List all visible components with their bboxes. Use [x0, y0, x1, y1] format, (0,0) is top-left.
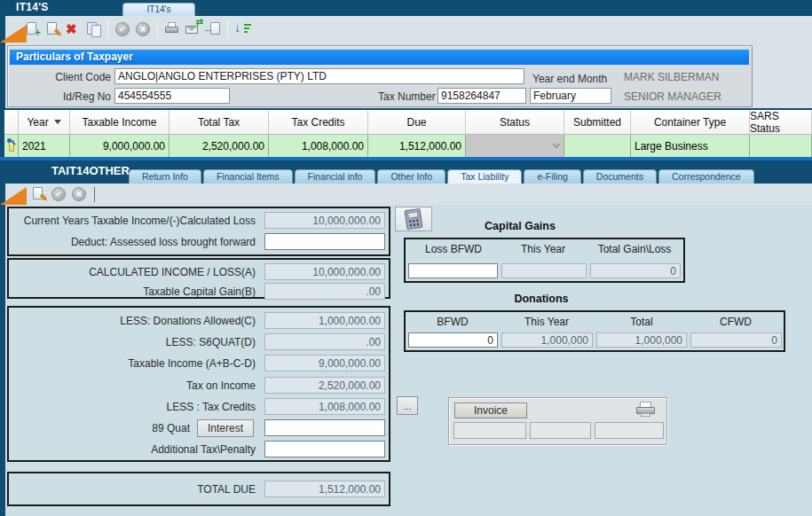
- copy-record-icon[interactable]: [84, 20, 102, 38]
- field-label: LESS: S6QUAT(D): [166, 336, 256, 348]
- print-icon[interactable]: [163, 20, 181, 38]
- grid-header-year[interactable]: Year: [19, 110, 70, 135]
- invoice-panel: Invoice: [448, 397, 667, 445]
- import-icon[interactable]: ←: [204, 20, 222, 38]
- cg-total-field: [590, 263, 681, 278]
- cancel-detail-icon[interactable]: ✖: [72, 187, 86, 201]
- invoice-print-icon[interactable]: [635, 401, 658, 418]
- calculated-income-box: CALCULATED INCOME / LOSS(A) Taxable Capi…: [7, 258, 390, 299]
- capital-gains-box: Loss BFWD This Year Total Gain\Loss: [404, 238, 685, 283]
- interest-field[interactable]: [264, 419, 385, 436]
- detail-tabs: Return Info Financial Items Financial in…: [129, 169, 754, 184]
- row-note-cell[interactable]: [4, 135, 19, 157]
- cell-container-type[interactable]: Large Business: [631, 135, 750, 157]
- interest-button[interactable]: Interest: [197, 419, 254, 437]
- particulars-area: Particulars of Taxpayer Client Code Id/R…: [5, 43, 812, 108]
- cg-this-year-field: [501, 263, 587, 278]
- corner-fold-decoration: [0, 25, 27, 43]
- edit-record-icon[interactable]: ✎: [43, 20, 61, 38]
- grid-header-container-type[interactable]: Container Type: [631, 110, 750, 135]
- confirm-icon[interactable]: ✔: [115, 22, 130, 36]
- cell-status-dropdown[interactable]: [466, 135, 564, 157]
- donations-allowed-field: [264, 312, 385, 329]
- invoice-button[interactable]: Invoice: [454, 403, 527, 418]
- cell-due[interactable]: 1,512,000.00: [368, 135, 466, 157]
- grid-header-due[interactable]: Due: [368, 110, 466, 135]
- note-icon: [9, 140, 14, 152]
- grid-header-status[interactable]: Status: [466, 110, 564, 135]
- detail-title: TAIT14OTHER: [51, 164, 130, 177]
- cancel-icon[interactable]: ✖: [136, 22, 150, 36]
- tab-financial-items[interactable]: Financial Items: [203, 169, 293, 184]
- taxable-capital-gain-field: [264, 283, 385, 300]
- tab-return-info[interactable]: Return Info: [129, 169, 201, 184]
- delete-record-icon[interactable]: ✖: [64, 20, 82, 38]
- grid-header-row: Year Taxable Income Total Tax Tax Credit…: [4, 110, 812, 135]
- additional-tax-penalty-field[interactable]: [264, 441, 385, 457]
- tax-number-label: Tax Number: [378, 90, 436, 103]
- corner-fold-decoration: [0, 187, 27, 205]
- edit-detail-icon[interactable]: ✎: [29, 185, 47, 203]
- tab-financial-info[interactable]: Financial info: [295, 169, 376, 184]
- col-header: This Year: [501, 316, 593, 328]
- income-box: Current Years Taxable Income/(-)Calculat…: [7, 207, 390, 256]
- tax-credits-field: [264, 398, 385, 415]
- tax-credits-more-button[interactable]: ...: [397, 396, 418, 415]
- cell-taxable-income[interactable]: 9,000,000.00: [70, 135, 169, 157]
- sort-icon[interactable]: ↓: [233, 20, 251, 38]
- field-label: LESS : Tax Credits: [167, 401, 256, 413]
- tab-correspondence[interactable]: Correspondence: [658, 169, 754, 184]
- toolbar-separator: [107, 20, 108, 38]
- field-label: Taxable Capital Gain(B): [143, 285, 256, 298]
- send-receive-icon[interactable]: ⇄: [184, 20, 201, 38]
- client-code-label: Client Code: [55, 71, 111, 83]
- assessed-loss-bfwd-field[interactable]: [264, 233, 385, 250]
- sort-descending-icon: [54, 120, 61, 124]
- field-label: Taxable Income (A+B-C-D): [128, 357, 256, 370]
- client-code-field[interactable]: [114, 68, 524, 84]
- toolbar-separator: [94, 187, 95, 202]
- cell-tax-credits[interactable]: 1,008,000.00: [269, 135, 368, 157]
- cg-loss-bfwd-field[interactable]: [408, 263, 498, 278]
- tab-other-info[interactable]: Other Info: [377, 169, 445, 184]
- col-header: Total: [596, 316, 687, 328]
- document-tab[interactable]: IT14's: [122, 3, 195, 16]
- confirm-detail-icon[interactable]: ✔: [51, 187, 66, 201]
- field-label: LESS: Donations Allowed(C): [120, 315, 256, 327]
- cell-submitted[interactable]: [564, 135, 631, 157]
- grid-header-sars-status[interactable]: SARS Status: [750, 110, 812, 135]
- invoice-field-3[interactable]: [595, 422, 664, 439]
- don-bfwd-field[interactable]: [408, 332, 498, 348]
- grid-header-submitted[interactable]: Submitted: [564, 110, 631, 135]
- field-label: Current Years Taxable Income/(-)Calculat…: [24, 215, 256, 227]
- particulars-header: Particulars of Taxpayer: [10, 50, 749, 65]
- tax-number-field[interactable]: [438, 88, 526, 104]
- tab-documents[interactable]: Documents: [583, 169, 657, 184]
- cell-sars-status[interactable]: [750, 135, 812, 157]
- invoice-field-1[interactable]: [453, 422, 526, 439]
- invoice-field-2[interactable]: [530, 422, 591, 439]
- window-title: IT14'S: [16, 1, 49, 13]
- id-reg-field[interactable]: [114, 88, 230, 104]
- tax-liability-panel: Current Years Taxable Income/(-)Calculat…: [5, 205, 812, 516]
- year-end-month-field[interactable]: [530, 88, 611, 104]
- detail-toolbar: ✎ ✔ ✖: [5, 184, 812, 205]
- grid-header-taxable-income[interactable]: Taxable Income: [70, 110, 169, 135]
- title-bar: IT14'S IT14's: [0, 0, 812, 16]
- grid-header-total-tax[interactable]: Total Tax: [169, 110, 269, 135]
- return-row-2021[interactable]: 2021 9,000,000.00 2,520,000.00 1,008,000…: [4, 135, 812, 157]
- tab-tax-liability[interactable]: Tax Liability: [447, 169, 522, 184]
- tab-e-filing[interactable]: e-Filing: [524, 169, 580, 184]
- cell-total-tax[interactable]: 2,520,000.00: [169, 135, 269, 157]
- grid-header-tax-credits[interactable]: Tax Credits: [269, 110, 368, 135]
- main-toolbar: + ✎ ✖ ✔ ✖ ⇄ ← ↓: [5, 16, 812, 43]
- partner-title: SENIOR MANAGER: [624, 90, 721, 103]
- cell-year[interactable]: 2021: [19, 135, 70, 157]
- app-window: IT14'S IT14's + ✎ ✖ ✔ ✖ ⇄ ← ↓ Particular…: [0, 0, 812, 516]
- toolbar-separator: [227, 20, 228, 38]
- calculated-income-field: [264, 263, 385, 280]
- don-cfwd-field: [690, 332, 782, 348]
- col-header: BFWD: [408, 316, 497, 328]
- document-tab-label: IT14's: [147, 4, 171, 14]
- returns-grid: Year Taxable Income Total Tax Tax Credit…: [4, 110, 812, 157]
